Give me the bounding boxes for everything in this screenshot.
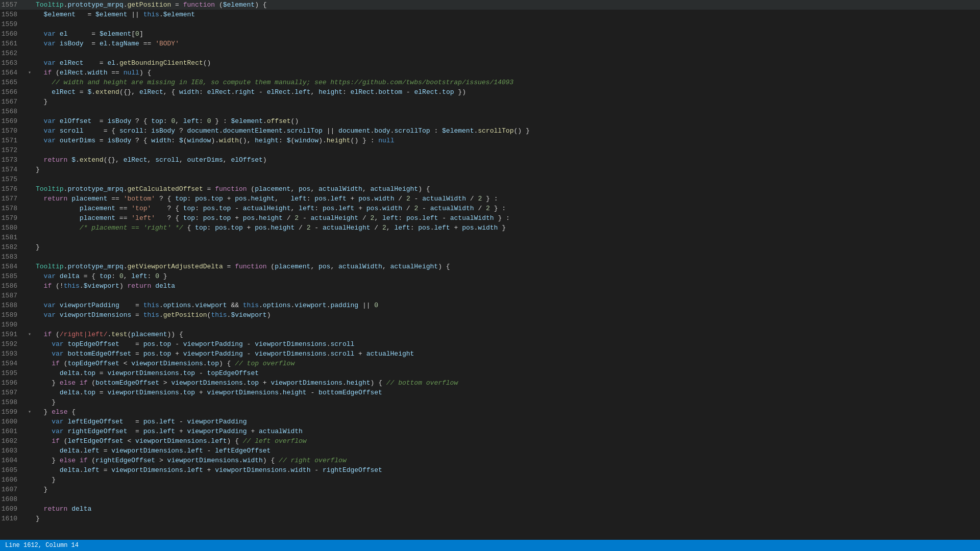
fold-indicator[interactable] bbox=[26, 417, 34, 427]
fold-indicator[interactable] bbox=[26, 58, 34, 68]
line-content bbox=[34, 494, 980, 504]
table-row: 1572 bbox=[0, 145, 980, 155]
line-number: 1585 bbox=[0, 271, 26, 281]
line-content: var viewportPadding = this.options.viewp… bbox=[34, 300, 980, 310]
fold-indicator[interactable] bbox=[26, 194, 34, 204]
line-number: 1562 bbox=[0, 48, 26, 58]
line-number: 1601 bbox=[0, 427, 26, 436]
line-number: 1609 bbox=[0, 504, 26, 514]
table-row: 1597 delta.top = viewportDimensions.top … bbox=[0, 388, 980, 397]
line-content: // width and height are missing in IE8, … bbox=[34, 78, 980, 87]
line-content: } bbox=[34, 514, 980, 523]
fold-indicator[interactable] bbox=[26, 223, 34, 233]
fold-indicator[interactable] bbox=[26, 291, 34, 300]
table-row: 1599 } else { bbox=[0, 407, 980, 417]
line-number: 1569 bbox=[0, 116, 26, 126]
fold-indicator[interactable] bbox=[26, 300, 34, 310]
fold-indicator[interactable] bbox=[26, 78, 34, 87]
line-content: delta.left = viewportDimensions.left + v… bbox=[34, 465, 980, 475]
table-row: 1561 var isBody = el.tagName == 'BODY' bbox=[0, 39, 980, 48]
fold-indicator[interactable] bbox=[26, 320, 34, 330]
fold-arrow[interactable] bbox=[28, 332, 31, 337]
fold-indicator[interactable] bbox=[26, 68, 34, 78]
fold-indicator[interactable] bbox=[26, 116, 34, 126]
fold-indicator[interactable] bbox=[26, 0, 34, 10]
line-number: 1599 bbox=[0, 407, 26, 417]
fold-indicator[interactable] bbox=[26, 174, 34, 184]
fold-indicator[interactable] bbox=[26, 436, 34, 446]
line-number: 1578 bbox=[0, 204, 26, 213]
table-row: 1594 if (topEdgeOffset < viewportDimensi… bbox=[0, 359, 980, 368]
code-editor[interactable]: 1557Tooltip.prototype_mrpq.getPosition =… bbox=[0, 0, 980, 540]
line-content: var el = $element[0] bbox=[34, 29, 980, 39]
fold-indicator[interactable] bbox=[26, 514, 34, 523]
line-content: return delta bbox=[34, 504, 980, 514]
fold-indicator[interactable] bbox=[26, 204, 34, 213]
fold-indicator[interactable] bbox=[26, 165, 34, 174]
fold-indicator[interactable] bbox=[26, 262, 34, 271]
fold-indicator[interactable] bbox=[26, 349, 34, 359]
table-row: 1588 var viewportPadding = this.options.… bbox=[0, 300, 980, 310]
fold-indicator[interactable] bbox=[26, 184, 34, 194]
fold-indicator[interactable] bbox=[26, 368, 34, 378]
fold-indicator[interactable] bbox=[26, 494, 34, 504]
fold-indicator[interactable] bbox=[26, 10, 34, 19]
table-row: 1602 if (leftEdgeOffset < viewportDimens… bbox=[0, 436, 980, 446]
fold-indicator[interactable] bbox=[26, 155, 34, 165]
fold-indicator[interactable] bbox=[26, 39, 34, 48]
fold-indicator[interactable] bbox=[26, 504, 34, 514]
table-row: 1558 $element = $element || this.$elemen… bbox=[0, 10, 980, 19]
line-content: var leftEdgeOffset = pos.left - viewport… bbox=[34, 417, 980, 427]
fold-indicator[interactable] bbox=[26, 397, 34, 407]
line-number: 1584 bbox=[0, 262, 26, 271]
line-number: 1596 bbox=[0, 378, 26, 388]
fold-indicator[interactable] bbox=[26, 475, 34, 485]
line-content: } bbox=[34, 242, 980, 252]
fold-indicator[interactable] bbox=[26, 29, 34, 39]
fold-indicator[interactable] bbox=[26, 465, 34, 475]
table-row: 1578 placement == 'top' ? { top: pos.top… bbox=[0, 204, 980, 213]
line-content bbox=[34, 320, 980, 330]
table-row: 1567 } bbox=[0, 97, 980, 107]
fold-indicator[interactable] bbox=[26, 48, 34, 58]
line-content: placement == 'left' ? { top: pos.top + p… bbox=[34, 213, 980, 223]
fold-indicator[interactable] bbox=[26, 107, 34, 116]
fold-indicator[interactable] bbox=[26, 339, 34, 349]
table-row: 1604 } else if (rightEdgeOffset > viewpo… bbox=[0, 456, 980, 465]
fold-indicator[interactable] bbox=[26, 242, 34, 252]
line-number: 1593 bbox=[0, 349, 26, 359]
line-content: if (leftEdgeOffset < viewportDimensions.… bbox=[34, 436, 980, 446]
fold-indicator[interactable] bbox=[26, 126, 34, 136]
fold-indicator[interactable] bbox=[26, 359, 34, 368]
fold-indicator[interactable] bbox=[26, 310, 34, 320]
table-row: 1601 var rightEdgeOffset = pos.left + vi… bbox=[0, 427, 980, 436]
fold-indicator[interactable] bbox=[26, 145, 34, 155]
fold-indicator[interactable] bbox=[26, 97, 34, 107]
fold-indicator[interactable] bbox=[26, 136, 34, 145]
fold-indicator[interactable] bbox=[26, 213, 34, 223]
table-row: 1576Tooltip.prototype_mrpq.getCalculated… bbox=[0, 184, 980, 194]
fold-arrow[interactable] bbox=[28, 70, 31, 76]
fold-indicator[interactable] bbox=[26, 330, 34, 339]
fold-indicator[interactable] bbox=[26, 281, 34, 291]
line-content: if (elRect.width == null) { bbox=[34, 68, 980, 78]
fold-indicator[interactable] bbox=[26, 252, 34, 262]
fold-indicator[interactable] bbox=[26, 378, 34, 388]
fold-indicator[interactable] bbox=[26, 271, 34, 281]
fold-indicator[interactable] bbox=[26, 407, 34, 417]
fold-indicator[interactable] bbox=[26, 485, 34, 494]
fold-indicator[interactable] bbox=[26, 388, 34, 397]
line-number: 1570 bbox=[0, 126, 26, 136]
fold-indicator[interactable] bbox=[26, 87, 34, 97]
fold-indicator[interactable] bbox=[26, 19, 34, 29]
fold-arrow[interactable] bbox=[28, 409, 31, 415]
fold-indicator[interactable] bbox=[26, 446, 34, 456]
fold-indicator[interactable] bbox=[26, 427, 34, 436]
line-number: 1559 bbox=[0, 19, 26, 29]
line-content: delta.left = viewportDimensions.left - l… bbox=[34, 446, 980, 456]
fold-indicator[interactable] bbox=[26, 456, 34, 465]
fold-indicator[interactable] bbox=[26, 233, 34, 242]
table-row: 1563 var elRect = el.getBoundingClientRe… bbox=[0, 58, 980, 68]
table-row: 1606 } bbox=[0, 475, 980, 485]
line-content: $element = $element || this.$element bbox=[34, 10, 980, 19]
